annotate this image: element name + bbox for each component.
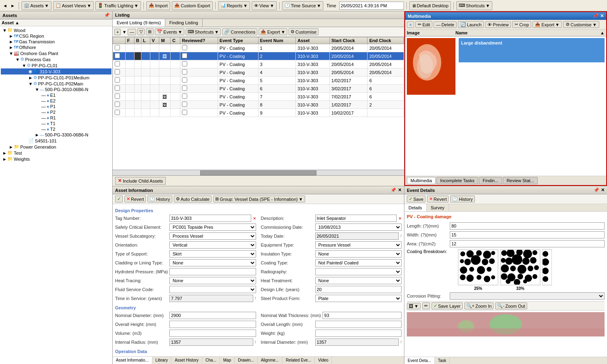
orientation-select[interactable]: Vertical (169, 241, 256, 249)
ai-auto-calc-button[interactable]: ⚙ Auto Calculate (174, 196, 212, 202)
table-row[interactable]: PV - Coating4310-V-30320/05/201420/05/20… (113, 68, 404, 77)
tree-item-s4501[interactable]: 📄 S4501-101 (1, 138, 111, 144)
expand-onshore[interactable]: ▼ (9, 51, 14, 56)
connections-button[interactable]: 🔗 Connections (222, 28, 257, 35)
tree-item-e2[interactable]: — ● E2 (1, 98, 111, 104)
expand-p01[interactable]: ► (28, 75, 33, 80)
table-row[interactable]: PV - Coating1310-V-30320/05/201420/05/20… (113, 44, 404, 52)
ai-pin-icon[interactable]: 📌 (391, 187, 396, 193)
tree-item-csg[interactable]: ► 🗺 CSG Region (1, 33, 111, 39)
tree-item-process-gas[interactable]: ▼ ⚙ Process Gas (1, 56, 111, 62)
row3-check[interactable] (115, 61, 120, 66)
overall-height-input[interactable] (169, 321, 256, 328)
steel-product-select[interactable]: Plate (315, 295, 402, 302)
tree-item-e1[interactable]: — ● E1 (1, 92, 111, 98)
row9-check[interactable] (115, 110, 120, 115)
coating-img-2[interactable] (500, 249, 541, 285)
tree-item-power[interactable]: ► 📁 Power Generation (1, 144, 111, 150)
table-row[interactable]: PV - Coating9310-V-30310/02/2017 (113, 109, 404, 117)
event-listing-tab[interactable]: Event Listing (9 items) (113, 19, 165, 27)
table-row[interactable]: PV - Coating3310-V-30320/05/201420/05/20… (113, 60, 404, 68)
description-input[interactable] (315, 215, 397, 222)
ed-tab-survey[interactable]: Survey (427, 204, 449, 211)
expand-power[interactable]: ► (9, 145, 14, 149)
ai-tab-map[interactable]: Map (220, 357, 235, 364)
mm-tab-findings[interactable]: Findin... (479, 177, 502, 184)
tree-item-500-3010[interactable]: ▼ — 500-PG-3010-06B6-N (1, 87, 111, 92)
ed-tab-task[interactable]: Task (435, 357, 450, 364)
today-date-input[interactable] (315, 232, 399, 240)
table-row[interactable]: PV - Coating5310-V-3031/02/20176 (113, 77, 404, 85)
expand-test[interactable]: ► (2, 151, 7, 155)
row7-reviewed[interactable] (182, 94, 187, 99)
tree-item-wood[interactable]: ▼ 📁 Wood (1, 27, 111, 33)
table-icon-btn[interactable]: ⊞ (146, 28, 154, 35)
ed-tab-event-deta[interactable]: Event Deta... (404, 357, 435, 364)
ai-save-button[interactable]: ✓ (115, 196, 123, 202)
mm-tab-review[interactable]: Review Stat... (503, 177, 538, 184)
fluid-service-select[interactable] (169, 286, 256, 293)
mm-edit-button[interactable]: ✏ Edit (415, 21, 432, 28)
tree-item-weights[interactable]: ► 📁 Weights (1, 156, 111, 162)
mm-delete-button[interactable]: — Delete (434, 21, 457, 28)
ai-tab-cha[interactable]: Cha... (202, 357, 220, 364)
row2-reviewed[interactable] (182, 53, 187, 58)
row8-check[interactable] (115, 102, 120, 107)
heat-tracing-select[interactable]: None (169, 277, 256, 284)
int-radius-input[interactable] (169, 338, 253, 346)
safety-select[interactable]: PC001 Topside Pres (169, 224, 256, 231)
expand-500-3010[interactable]: ▼ (35, 87, 40, 92)
expand-500-3300[interactable]: ► (35, 132, 40, 137)
mm-add-button[interactable]: + (407, 21, 414, 28)
tree-item-v303[interactable]: ◉ 🔵 310-V-303 (1, 68, 111, 75)
ai-revert-button[interactable]: ✕ Revert (124, 196, 146, 202)
traffic-lighting-button[interactable]: 🚦 Traffic Lighting ▼ (95, 1, 141, 10)
equip-type-select[interactable]: Pressure Vessel (315, 241, 402, 249)
expand-weights[interactable]: ► (2, 157, 7, 162)
time-service-input[interactable] (169, 295, 253, 302)
ed-revert-button[interactable]: ✕ Revert (427, 196, 449, 202)
expand-csg[interactable]: ► (9, 34, 14, 38)
row6-check[interactable] (115, 85, 120, 91)
ai-tab-video[interactable]: Video (315, 357, 332, 364)
finding-listing-tab[interactable]: Finding Listing (165, 19, 203, 27)
mm-sort-icon[interactable]: ▲ (600, 30, 605, 35)
mm-customise-button[interactable]: ⚙ Customise ▼ (563, 21, 599, 28)
tree-item-cl01[interactable]: ▼ ⚙ PP-PG-CL01 (1, 62, 111, 68)
commissioning-input[interactable]: 10/08/2013 (315, 224, 402, 231)
mm-launch-button[interactable]: 🔄 Launch (458, 21, 484, 28)
ai-history-button[interactable]: 🕐 History (147, 196, 172, 202)
row5-check[interactable] (115, 77, 120, 83)
ai-close-icon[interactable]: ✕ (398, 187, 402, 193)
tree-item-p2[interactable]: — ● P2 (1, 109, 111, 115)
asset-sort-icon[interactable]: ▲ (15, 20, 19, 25)
tree-item-p1[interactable]: — ● P1 (1, 104, 111, 109)
tree-item-p01[interactable]: ► ⚙ PP-PG-CL01-P01Medium (1, 75, 111, 81)
weight-input[interactable] (315, 330, 402, 337)
view-button[interactable]: 👁 View ▼ (252, 1, 277, 10)
design-life-input[interactable] (315, 286, 402, 293)
time-source-button[interactable]: 🕐 Time Source ▼ (282, 1, 324, 10)
expand-v303[interactable]: ◉ (28, 69, 33, 74)
shortcuts-button[interactable]: ⌨ Shortcuts ▼ (456, 1, 492, 10)
ai-tab-drawing[interactable]: Drawin... (235, 357, 257, 364)
desktop-button[interactable]: 🖥 Default Desktop (409, 1, 451, 10)
ed-save-button[interactable]: ✓ Save (407, 196, 425, 202)
ai-tab-related[interactable]: Related Eve... (282, 357, 315, 364)
tag-number-input[interactable] (169, 215, 251, 222)
coating-img-3[interactable] (542, 249, 552, 285)
expand-gas[interactable]: ► (9, 39, 14, 44)
row7-check[interactable] (115, 94, 120, 99)
events-button[interactable]: 📅 Events ▼ (155, 28, 184, 35)
include-child-button[interactable]: ✕ Include Child Assets (115, 177, 166, 185)
img-edit-btn[interactable]: ✏ (422, 302, 430, 309)
expand-offshore[interactable]: ► (9, 45, 14, 50)
table-row[interactable]: 🖼 PV - Coating8310-V-3031/02/20172 (113, 101, 404, 109)
tree-item-500-3300[interactable]: ► — 500-PG-3300-06B6-N (1, 132, 111, 138)
row4-check[interactable] (115, 69, 120, 75)
reports-button[interactable]: 📊 Reports ▼ (218, 1, 250, 10)
filter-button[interactable]: ▽ (137, 28, 145, 35)
heat-treatment-select[interactable]: None (315, 277, 402, 284)
nom-diam-input[interactable] (169, 312, 256, 319)
expand-process-gas[interactable]: ▼ (15, 57, 20, 62)
